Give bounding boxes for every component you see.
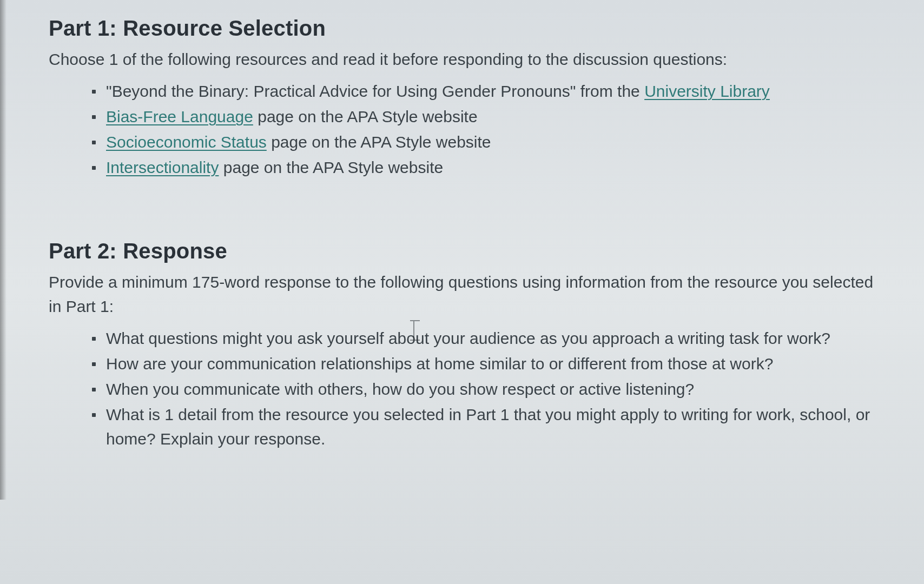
- part2-intro: Provide a minimum 175-word response to t…: [49, 270, 875, 318]
- list-item: When you communicate with others, how do…: [92, 377, 875, 401]
- part2-question-list: What questions might you ask yourself ab…: [49, 326, 875, 451]
- list-item-text-pre: "Beyond the Binary: Practical Advice for…: [106, 82, 644, 100]
- question-text: How are your communication relationships…: [106, 355, 773, 373]
- assignment-page: Part 1: Resource Selection Choose 1 of t…: [0, 0, 924, 500]
- list-item: "Beyond the Binary: Practical Advice for…: [92, 79, 875, 103]
- link-intersectionality[interactable]: Intersectionality: [106, 158, 219, 176]
- list-item: How are your communication relationships…: [92, 351, 875, 376]
- list-item: What is 1 detail from the resource you s…: [92, 402, 875, 451]
- list-item: Socioeconomic Status page on the APA Sty…: [92, 130, 875, 154]
- list-item-text-post: page on the APA Style website: [267, 133, 491, 151]
- list-item-text-post: page on the APA Style website: [219, 158, 443, 176]
- part1-resource-list: "Beyond the Binary: Practical Advice for…: [49, 79, 875, 180]
- question-text: When you communicate with others, how do…: [106, 380, 694, 398]
- part1-heading: Part 1: Resource Selection: [49, 16, 875, 41]
- part1-intro: Choose 1 of the following resources and …: [49, 47, 875, 71]
- list-item: Intersectionality page on the APA Style …: [92, 155, 875, 180]
- list-item: What questions might you ask yourself ab…: [92, 326, 875, 350]
- link-university-library[interactable]: University Library: [644, 82, 770, 100]
- list-item: Bias-Free Language page on the APA Style…: [92, 104, 875, 129]
- link-socioeconomic-status[interactable]: Socioeconomic Status: [106, 133, 267, 151]
- question-text: What questions might you ask yourself ab…: [106, 329, 830, 347]
- part2-heading: Part 2: Response: [49, 239, 875, 263]
- question-text: What is 1 detail from the resource you s…: [106, 406, 870, 448]
- text-cursor-icon: [413, 321, 417, 340]
- link-bias-free-language[interactable]: Bias-Free Language: [106, 108, 253, 125]
- list-item-text-post: page on the APA Style website: [253, 108, 478, 125]
- section-spacer: [49, 207, 875, 239]
